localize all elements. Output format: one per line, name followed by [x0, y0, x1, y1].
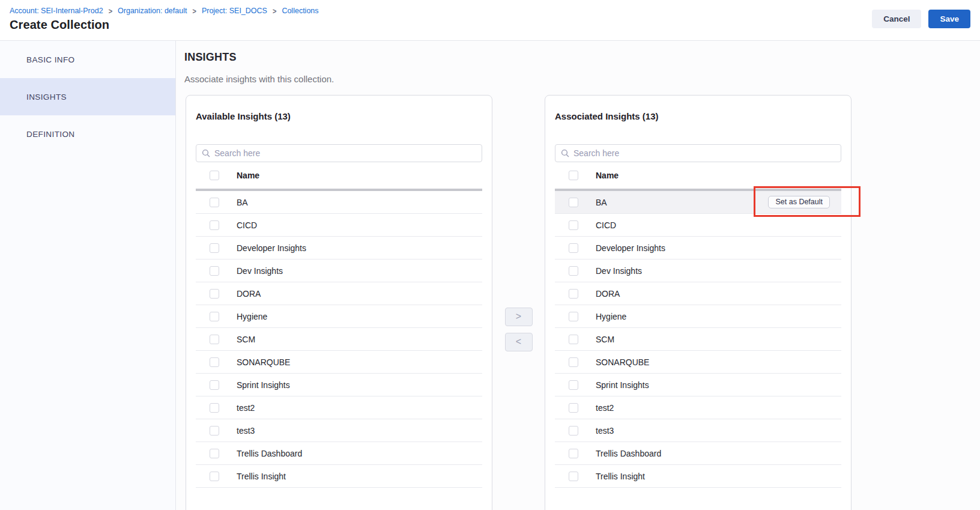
row-checkbox[interactable]: [210, 243, 219, 253]
breadcrumb-separator-icon: >: [109, 7, 112, 15]
insight-name: test2: [237, 403, 255, 413]
breadcrumb-link[interactable]: Organization: default: [118, 7, 187, 15]
move-right-button[interactable]: >: [505, 308, 533, 326]
table-row[interactable]: DORA: [555, 282, 841, 305]
table-row[interactable]: Sprint Insights: [196, 374, 482, 396]
insight-name: CICD: [596, 220, 616, 230]
chevron-right-icon: >: [516, 311, 521, 322]
sidebar-item-definition[interactable]: DEFINITION: [0, 115, 175, 153]
associated-insights-panel: Associated Insights (13) Name BASet as D…: [545, 95, 851, 510]
table-row[interactable]: Dev Insights: [555, 260, 841, 282]
row-checkbox[interactable]: [569, 220, 578, 230]
table-row[interactable]: CICD: [555, 214, 841, 237]
page-title: Create Collection: [10, 18, 970, 32]
move-left-button[interactable]: <: [505, 333, 533, 351]
table-row[interactable]: Trellis Dashboard: [196, 442, 482, 465]
breadcrumb-link[interactable]: Collections: [282, 7, 318, 15]
row-checkbox[interactable]: [569, 289, 578, 299]
row-checkbox[interactable]: [569, 472, 578, 481]
table-row[interactable]: Trellis Insight: [555, 465, 841, 488]
insight-name: BA: [596, 198, 607, 207]
table-row[interactable]: SONARQUBE: [555, 351, 841, 374]
insight-name: SCM: [237, 335, 255, 344]
section-subtitle: Associate insights with this collection.: [184, 74, 980, 83]
table-row[interactable]: BASet as Default: [555, 191, 841, 214]
row-checkbox[interactable]: [569, 380, 578, 390]
save-button[interactable]: Save: [928, 10, 970, 28]
insight-name: CICD: [237, 220, 257, 230]
table-row[interactable]: CICD: [196, 214, 482, 237]
row-checkbox[interactable]: [210, 289, 219, 299]
insight-name: Hygiene: [237, 312, 267, 321]
insight-name: Dev Insights: [237, 266, 283, 276]
table-row[interactable]: Dev Insights: [196, 260, 482, 282]
row-checkbox[interactable]: [569, 312, 578, 321]
breadcrumb-link[interactable]: Account: SEI-Internal-Prod2: [10, 7, 103, 15]
insight-name: test2: [596, 403, 614, 413]
insight-name: SONARQUBE: [596, 357, 649, 367]
table-row[interactable]: test2: [555, 396, 841, 419]
set-as-default-button[interactable]: Set as Default: [768, 196, 830, 208]
table-row[interactable]: Hygiene: [555, 305, 841, 328]
table-row[interactable]: SCM: [555, 328, 841, 351]
select-all-checkbox[interactable]: [569, 171, 578, 180]
row-checkbox[interactable]: [569, 426, 578, 436]
associated-search-input[interactable]: [573, 148, 835, 158]
insight-name: Trellis Insight: [596, 472, 645, 481]
table-row[interactable]: SONARQUBE: [196, 351, 482, 374]
row-checkbox[interactable]: [569, 243, 578, 253]
table-row[interactable]: Hygiene: [196, 305, 482, 328]
available-panel-title: Available Insights (13): [196, 111, 482, 123]
available-search-box: [196, 144, 482, 162]
insight-name: BA: [237, 198, 248, 207]
insight-name: DORA: [237, 289, 261, 299]
row-checkbox[interactable]: [210, 357, 219, 367]
table-row[interactable]: Trellis Insight: [196, 465, 482, 488]
table-row[interactable]: BA: [196, 191, 482, 214]
associated-panel-title: Associated Insights (13): [555, 111, 841, 123]
row-checkbox[interactable]: [569, 335, 578, 344]
row-checkbox[interactable]: [210, 335, 219, 344]
available-rows-list: BACICDDeveloper InsightsDev InsightsDORA…: [196, 191, 482, 488]
breadcrumb: Account: SEI-Internal-Prod2>Organization…: [10, 7, 970, 15]
table-row[interactable]: Trellis Dashboard: [555, 442, 841, 465]
row-checkbox[interactable]: [569, 403, 578, 413]
breadcrumb-link[interactable]: Project: SEI_DOCS: [202, 7, 267, 15]
row-checkbox[interactable]: [569, 357, 578, 367]
table-row[interactable]: SCM: [196, 328, 482, 351]
search-icon: [561, 149, 569, 157]
table-row[interactable]: test3: [196, 419, 482, 442]
select-all-checkbox[interactable]: [210, 171, 219, 180]
table-row[interactable]: Developer Insights: [196, 237, 482, 260]
row-checkbox[interactable]: [210, 220, 219, 230]
table-row[interactable]: Developer Insights: [555, 237, 841, 260]
available-table-header: Name: [196, 162, 482, 189]
row-checkbox[interactable]: [210, 449, 219, 458]
row-checkbox[interactable]: [210, 198, 219, 207]
insight-name: Sprint Insights: [237, 380, 290, 390]
cancel-button[interactable]: Cancel: [872, 10, 921, 28]
table-row[interactable]: DORA: [196, 282, 482, 305]
associated-search-box: [555, 144, 841, 162]
row-checkbox[interactable]: [569, 266, 578, 276]
row-checkbox[interactable]: [210, 266, 219, 276]
table-row[interactable]: test2: [196, 396, 482, 419]
table-row[interactable]: Sprint Insights: [555, 374, 841, 396]
row-checkbox[interactable]: [210, 426, 219, 436]
associated-table-header: Name: [555, 162, 841, 189]
table-row[interactable]: test3: [555, 419, 841, 442]
row-checkbox[interactable]: [210, 472, 219, 481]
name-column-header: Name: [237, 171, 259, 180]
row-checkbox[interactable]: [569, 198, 578, 207]
sidebar-item-basic-info[interactable]: BASIC INFO: [0, 41, 175, 78]
available-insights-panel: Available Insights (13) Name BACICDDevel…: [186, 95, 492, 510]
sidebar-item-insights[interactable]: INSIGHTS: [0, 78, 175, 115]
insight-name: Sprint Insights: [596, 380, 649, 390]
insight-name: Dev Insights: [596, 266, 642, 276]
row-checkbox[interactable]: [210, 403, 219, 413]
row-checkbox[interactable]: [210, 312, 219, 321]
available-search-input[interactable]: [214, 148, 476, 158]
sidebar-item-label: INSIGHTS: [26, 93, 67, 102]
row-checkbox[interactable]: [569, 449, 578, 458]
row-checkbox[interactable]: [210, 380, 219, 390]
